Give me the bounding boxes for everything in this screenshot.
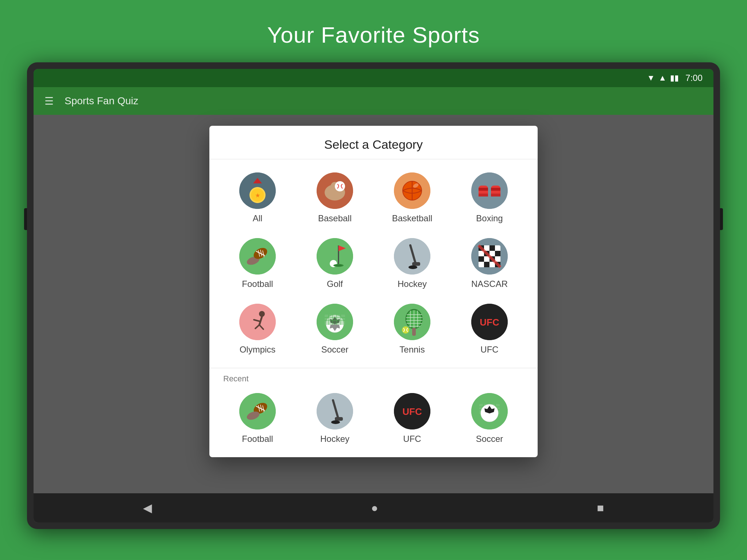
category-item-baseball[interactable]: Baseball bbox=[298, 167, 372, 229]
svg-rect-16 bbox=[479, 188, 488, 191]
svg-point-28 bbox=[317, 238, 353, 275]
category-icon-soccer bbox=[317, 304, 353, 340]
svg-point-37 bbox=[409, 265, 417, 269]
tablet-volume-button bbox=[24, 208, 27, 230]
category-icon-golf bbox=[317, 238, 353, 275]
svg-point-34 bbox=[394, 238, 430, 275]
category-item-golf[interactable]: Golf bbox=[298, 232, 372, 295]
category-item-tennis[interactable]: Tennis bbox=[375, 298, 449, 361]
category-icon-baseball bbox=[317, 172, 353, 209]
recent-icon-football bbox=[239, 393, 276, 429]
svg-rect-43 bbox=[495, 251, 500, 256]
recent-label-ufc: UFC bbox=[403, 434, 421, 444]
category-icon-hockey bbox=[394, 238, 430, 275]
svg-point-77 bbox=[402, 326, 409, 334]
category-icon-football bbox=[239, 238, 276, 275]
category-label-football: Football bbox=[242, 279, 273, 289]
svg-point-14 bbox=[471, 172, 508, 209]
tablet-power-button bbox=[720, 208, 723, 230]
svg-rect-89 bbox=[335, 417, 343, 421]
category-grid: ★ All bbox=[220, 167, 527, 361]
recent-icon-soccer bbox=[471, 393, 508, 429]
recent-label-hockey: Hockey bbox=[320, 434, 349, 444]
tablet-screen: ▼ ▲ ▮▮ 7:00 ☰ Sports Fan Quiz Select a C… bbox=[34, 69, 713, 522]
category-item-all[interactable]: ★ All bbox=[220, 167, 295, 229]
svg-rect-19 bbox=[491, 188, 500, 191]
svg-rect-20 bbox=[491, 194, 500, 197]
category-item-ufc[interactable]: UFC UFC bbox=[452, 298, 527, 361]
tablet-frame: ▼ ▲ ▮▮ 7:00 ☰ Sports Fan Quiz Select a C… bbox=[27, 62, 720, 529]
category-label-hockey: Hockey bbox=[398, 279, 427, 289]
status-time: 7:00 bbox=[685, 73, 703, 83]
category-label-boxing: Boxing bbox=[476, 213, 503, 223]
bottom-navigation: ◀ ● ■ bbox=[34, 493, 713, 522]
category-item-nascar[interactable]: NASCAR bbox=[452, 232, 527, 295]
home-button[interactable]: ● bbox=[356, 498, 392, 518]
category-icon-basketball bbox=[394, 172, 430, 209]
category-item-soccer[interactable]: Soccer bbox=[298, 298, 372, 361]
hamburger-icon[interactable]: ☰ bbox=[44, 95, 54, 107]
category-label-soccer: Soccer bbox=[321, 345, 349, 355]
dialog-title: Select a Category bbox=[209, 126, 538, 159]
category-label-tennis: Tennis bbox=[399, 345, 425, 355]
category-dialog: Select a Category bbox=[209, 126, 538, 457]
category-label-golf: Golf bbox=[327, 279, 343, 289]
app-bar-title: Sports Fan Quiz bbox=[65, 95, 138, 107]
svg-rect-76 bbox=[412, 328, 416, 336]
recents-button[interactable]: ■ bbox=[582, 498, 619, 518]
category-label-baseball: Baseball bbox=[318, 213, 352, 223]
svg-rect-46 bbox=[484, 262, 489, 267]
svg-text:★: ★ bbox=[255, 192, 260, 198]
recent-item-soccer[interactable]: Soccer bbox=[452, 387, 527, 450]
category-icon-ufc: UFC bbox=[471, 304, 508, 340]
category-icon-tennis bbox=[394, 304, 430, 340]
status-bar: ▼ ▲ ▮▮ 7:00 bbox=[34, 69, 713, 87]
recent-label-soccer: Soccer bbox=[476, 434, 503, 444]
recent-item-football[interactable]: Football bbox=[220, 387, 295, 450]
svg-rect-17 bbox=[479, 194, 488, 197]
category-label-all: All bbox=[253, 213, 263, 223]
recent-label-football: Football bbox=[242, 434, 273, 444]
category-icon-olympics bbox=[239, 304, 276, 340]
svg-point-90 bbox=[331, 420, 340, 424]
svg-text:UFC: UFC bbox=[402, 406, 422, 417]
category-label-nascar: NASCAR bbox=[471, 279, 508, 289]
category-label-ufc: UFC bbox=[480, 345, 498, 355]
category-item-football[interactable]: Football bbox=[220, 232, 295, 295]
category-icon-nascar bbox=[471, 238, 508, 275]
svg-point-33 bbox=[335, 265, 342, 267]
recent-item-ufc[interactable]: UFC UFC bbox=[375, 387, 449, 450]
recent-grid: Football bbox=[220, 387, 527, 450]
category-grid-section: ★ All bbox=[209, 159, 538, 368]
status-icons: ▼ ▲ ▮▮ 7:00 bbox=[647, 73, 703, 83]
category-item-basketball[interactable]: Basketball bbox=[375, 167, 449, 229]
page-title: Your Favorite Sports bbox=[267, 22, 480, 48]
category-icon-all: ★ bbox=[239, 172, 276, 209]
category-label-basketball: Basketball bbox=[392, 213, 433, 223]
category-item-olympics[interactable]: Olympics bbox=[220, 298, 295, 361]
svg-point-9 bbox=[335, 181, 345, 191]
category-item-boxing[interactable]: Boxing bbox=[452, 167, 527, 229]
category-item-hockey[interactable]: Hockey bbox=[375, 232, 449, 295]
recent-section: Recent bbox=[209, 368, 538, 457]
main-content: Select a Category bbox=[34, 115, 713, 493]
svg-rect-44 bbox=[479, 256, 484, 262]
category-icon-boxing bbox=[471, 172, 508, 209]
svg-rect-36 bbox=[412, 262, 420, 266]
recent-item-hockey[interactable]: Hockey bbox=[298, 387, 372, 450]
back-button[interactable]: ◀ bbox=[128, 497, 167, 518]
wifi-icon: ▼ bbox=[647, 73, 655, 83]
battery-icon: ▮▮ bbox=[670, 73, 679, 83]
svg-text:UFC: UFC bbox=[480, 317, 499, 328]
recent-icon-hockey bbox=[317, 393, 353, 429]
svg-point-87 bbox=[317, 393, 353, 429]
app-bar: ☰ Sports Fan Quiz bbox=[34, 87, 713, 115]
svg-rect-41 bbox=[489, 245, 495, 251]
svg-point-49 bbox=[239, 304, 276, 340]
recent-icon-ufc: UFC bbox=[394, 393, 430, 429]
signal-icon: ▲ bbox=[659, 73, 667, 83]
recent-section-label: Recent bbox=[220, 374, 527, 384]
category-label-olympics: Olympics bbox=[240, 345, 276, 355]
svg-rect-59 bbox=[325, 315, 345, 325]
